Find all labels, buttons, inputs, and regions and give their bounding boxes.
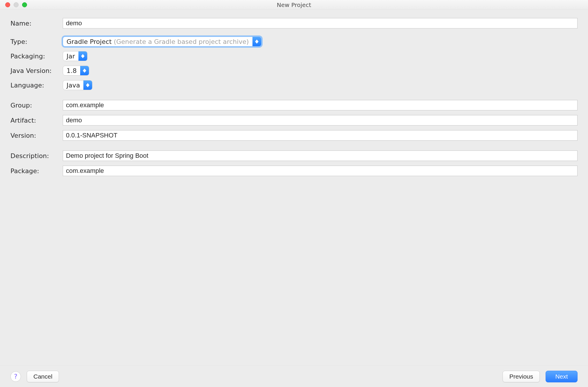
row-java-version: Java Version: 1.8 xyxy=(10,66,578,76)
type-select-value: Gradle Project (Generate a Gradle based … xyxy=(63,37,252,46)
packaging-select-value: Jar xyxy=(63,51,78,61)
type-select-hint: (Generate a Gradle based project archive… xyxy=(114,38,249,45)
row-group: Group: xyxy=(10,100,578,110)
description-input[interactable] xyxy=(63,150,578,161)
label-group: Group: xyxy=(10,102,63,109)
next-button[interactable]: Next xyxy=(546,371,578,382)
label-description: Description: xyxy=(10,152,63,160)
label-package: Package: xyxy=(10,167,63,175)
package-input[interactable] xyxy=(63,166,578,176)
cancel-button[interactable]: Cancel xyxy=(27,371,59,382)
label-java-version: Java Version: xyxy=(10,67,63,74)
svg-marker-3 xyxy=(81,56,85,58)
row-artifact: Artifact: xyxy=(10,115,578,126)
label-artifact: Artifact: xyxy=(10,117,63,124)
type-select-text: Gradle Project xyxy=(67,38,112,45)
help-button[interactable]: ? xyxy=(10,371,21,382)
group-input[interactable] xyxy=(63,100,578,110)
language-select-value: Java xyxy=(63,80,83,90)
label-type: Type: xyxy=(10,38,63,45)
label-packaging: Packaging: xyxy=(10,53,63,60)
row-version: Version: xyxy=(10,130,578,141)
chevron-updown-icon xyxy=(78,51,87,61)
previous-button[interactable]: Previous xyxy=(503,371,540,382)
chevron-updown-icon xyxy=(252,37,261,46)
row-description: Description: xyxy=(10,150,578,161)
help-icon: ? xyxy=(14,373,17,380)
packaging-select[interactable]: Jar xyxy=(63,51,87,61)
row-type: Type: Gradle Project (Generate a Gradle … xyxy=(10,37,578,46)
label-name: Name: xyxy=(10,20,63,27)
footer: ? Cancel Previous Next xyxy=(0,365,588,387)
row-package: Package: xyxy=(10,166,578,176)
row-name: Name: xyxy=(10,18,578,28)
svg-marker-5 xyxy=(83,71,86,73)
row-language: Language: Java xyxy=(10,80,578,90)
row-packaging: Packaging: Jar xyxy=(10,51,578,61)
label-language: Language: xyxy=(10,82,63,89)
version-input[interactable] xyxy=(63,130,578,141)
titlebar: New Project xyxy=(0,0,588,10)
form-content: Name: Type: Gradle Project (Generate a G… xyxy=(0,10,588,365)
window-title: New Project xyxy=(0,1,588,8)
svg-marker-2 xyxy=(81,54,85,56)
svg-marker-7 xyxy=(86,85,89,87)
java-version-select-value: 1.8 xyxy=(63,66,80,75)
svg-marker-4 xyxy=(83,69,86,71)
java-version-select[interactable]: 1.8 xyxy=(63,66,89,76)
type-select[interactable]: Gradle Project (Generate a Gradle based … xyxy=(63,37,261,46)
new-project-window: New Project Name: Type: Gradle Project (… xyxy=(0,0,588,387)
artifact-input[interactable] xyxy=(63,115,578,126)
svg-marker-6 xyxy=(86,83,89,85)
svg-marker-1 xyxy=(255,42,259,44)
label-version: Version: xyxy=(10,132,63,139)
name-input[interactable] xyxy=(63,18,578,28)
svg-marker-0 xyxy=(255,40,259,42)
chevron-updown-icon xyxy=(80,66,89,75)
language-select[interactable]: Java xyxy=(63,80,92,90)
chevron-updown-icon xyxy=(83,80,92,90)
